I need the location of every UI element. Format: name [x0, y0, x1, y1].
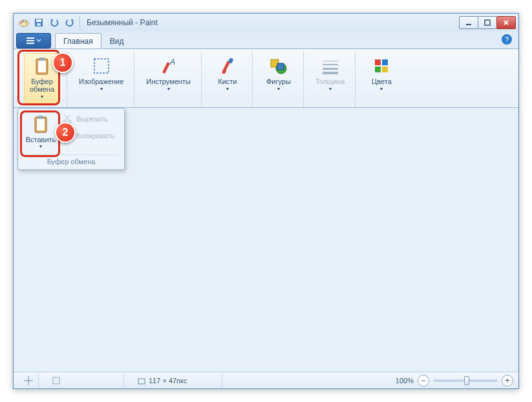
tools-button[interactable]: A Инструменты ▾ [142, 53, 195, 103]
clipboard-icon [32, 56, 52, 76]
zoom-in-button[interactable]: + [502, 375, 513, 386]
tools-icon: A [158, 56, 179, 76]
svg-point-1 [21, 22, 22, 23]
chevron-down-icon: ▾ [41, 94, 43, 100]
maximize-button[interactable] [478, 16, 497, 29]
svg-rect-29 [38, 116, 43, 119]
svg-rect-9 [485, 20, 490, 25]
svg-rect-25 [375, 67, 381, 72]
svg-rect-28 [37, 119, 45, 131]
chevron-down-icon: ▾ [329, 86, 332, 92]
undo-button[interactable] [48, 17, 60, 28]
svg-rect-23 [375, 59, 381, 65]
chevron-down-icon: ▾ [277, 86, 280, 92]
selection-icon [52, 376, 61, 385]
dimensions-icon [137, 376, 146, 385]
window-controls [460, 16, 516, 29]
group-colors: Цвета ▾ [357, 52, 406, 107]
svg-rect-6 [36, 19, 41, 22]
svg-rect-7 [37, 23, 41, 26]
svg-rect-13 [94, 59, 109, 73]
brushes-label: Кисти [218, 78, 237, 85]
shapes-icon [268, 56, 289, 76]
svg-text:A: A [169, 58, 175, 67]
svg-rect-12 [39, 58, 45, 61]
zoom-slider-thumb[interactable] [464, 376, 469, 385]
svg-rect-18 [277, 63, 284, 70]
svg-rect-11 [38, 61, 46, 72]
select-icon [91, 56, 112, 76]
svg-rect-35 [138, 379, 145, 384]
clipboard-label: Буфер обмена [30, 78, 54, 93]
shapes-button[interactable]: Фигуры ▾ [261, 53, 297, 103]
svg-rect-24 [382, 59, 388, 65]
group-tools: A Инструменты ▾ [136, 52, 202, 107]
svg-rect-19 [323, 61, 338, 61]
tab-row: Главная Вид ? [14, 32, 518, 48]
cut-item: Вырезать [62, 114, 120, 124]
save-button[interactable] [33, 17, 45, 28]
chevron-down-icon: ▾ [167, 86, 170, 92]
redo-button[interactable] [64, 17, 76, 28]
separator [80, 17, 80, 28]
zoom-slider[interactable] [433, 379, 498, 382]
annotation-marker-2: 2 [55, 122, 76, 143]
image-label: Изображение [79, 78, 123, 85]
dropdown-caption: Буфер обмена [21, 154, 122, 167]
svg-rect-21 [323, 68, 338, 70]
close-button[interactable] [496, 16, 516, 29]
paste-label: Вставить [26, 136, 56, 143]
group-image: Изображение ▾ [69, 52, 134, 107]
group-stroke: Толщина ▾ [305, 52, 356, 107]
cursor-position [19, 372, 39, 388]
selection-size [47, 372, 124, 388]
tab-view[interactable]: Вид [101, 33, 133, 48]
image-dimensions: 117 × 47пкс [132, 372, 222, 388]
zoom-controls: 100% − + [396, 375, 513, 386]
svg-rect-8 [466, 24, 471, 25]
chevron-down-icon: ▾ [226, 86, 229, 92]
app-icon [19, 17, 29, 28]
chevron-down-icon [37, 39, 41, 43]
image-button[interactable]: Изображение ▾ [75, 53, 127, 103]
chevron-down-icon: ▾ [380, 86, 383, 92]
chevron-down-icon: ▾ [100, 86, 103, 92]
help-button[interactable]: ? [502, 34, 512, 45]
dimensions-text: 117 × 47пкс [149, 377, 187, 385]
stroke-label: Толщина [315, 78, 345, 85]
annotation-marker-1: 1 [52, 52, 73, 73]
tab-home[interactable]: Главная [55, 33, 101, 48]
cut-label: Вырезать [76, 115, 108, 123]
status-bar: 117 × 47пкс 100% − + [14, 372, 518, 388]
brush-icon [217, 56, 238, 76]
svg-point-4 [26, 23, 27, 25]
crosshair-icon [24, 376, 33, 385]
colors-label: Цвета [372, 78, 392, 85]
svg-rect-22 [323, 72, 338, 74]
svg-point-3 [25, 21, 27, 23]
colors-icon [371, 56, 392, 76]
svg-rect-20 [323, 64, 338, 65]
stroke-button[interactable]: Толщина ▾ [312, 53, 349, 103]
ribbon: Буфер обмена ▾ Изображение ▾ A Инструмен… [14, 48, 518, 108]
minimize-button[interactable] [459, 16, 478, 29]
tools-label: Инструменты [146, 78, 191, 85]
svg-point-2 [23, 21, 24, 22]
stroke-icon [320, 56, 341, 76]
group-brushes: Кисти ▾ [203, 52, 253, 107]
zoom-level: 100% [396, 377, 414, 385]
paint-window: Безымянный - Paint Главная Вид ? Буфер о… [13, 13, 519, 389]
brushes-button[interactable]: Кисти ▾ [209, 53, 246, 103]
copy-label: Копировать [76, 132, 114, 140]
file-menu-button[interactable] [16, 33, 51, 48]
group-shapes: Фигуры ▾ [254, 52, 304, 107]
zoom-out-button[interactable]: − [418, 375, 429, 386]
svg-rect-26 [382, 67, 388, 72]
clipboard-icon [30, 114, 51, 134]
colors-button[interactable]: Цвета ▾ [363, 53, 399, 103]
window-title: Безымянный - Paint [87, 18, 158, 27]
quick-access-toolbar [33, 17, 76, 28]
svg-rect-34 [53, 377, 59, 384]
titlebar: Безымянный - Paint [14, 14, 518, 32]
shapes-label: Фигуры [266, 78, 291, 85]
